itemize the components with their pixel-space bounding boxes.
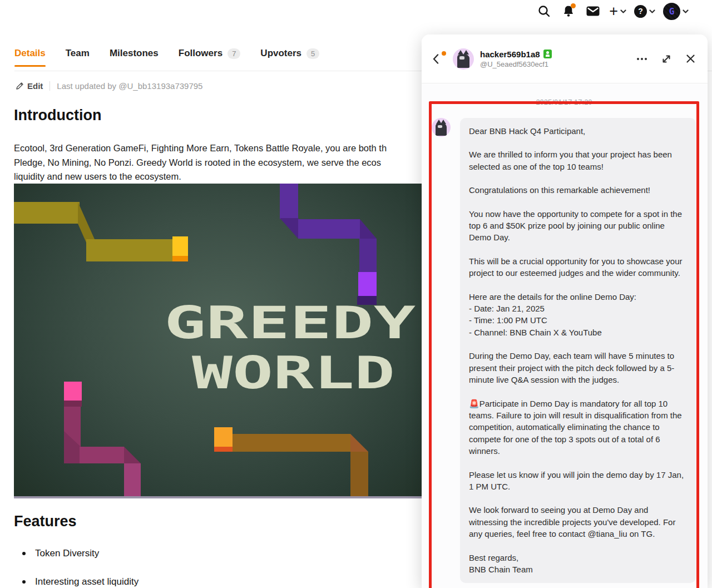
cat-icon xyxy=(436,123,446,136)
chevron-down-icon xyxy=(649,9,655,13)
features-heading: Features xyxy=(14,513,77,530)
game-floor-strip xyxy=(14,496,422,498)
more-options-icon[interactable] xyxy=(637,58,647,60)
tab-team[interactable]: Team xyxy=(66,48,90,67)
project-tabs: Details Team Milestones Followers7 Upvot… xyxy=(14,48,319,67)
chat-messages-area: 2025/01/17 17:20 Dear BNB Hack Q4 Partic… xyxy=(422,83,708,588)
message-paragraph: This will be a crucial opportunity for y… xyxy=(469,255,687,279)
tab-milestones[interactable]: Milestones xyxy=(110,48,159,67)
search-icon[interactable] xyxy=(536,3,552,19)
message-paragraph: We look forward to seeing you at Demo Da… xyxy=(469,504,687,540)
message-paragraph: Dear BNB Hack Q4 Participant, xyxy=(469,125,687,137)
feature-item: Token Diversity xyxy=(22,548,99,559)
cat-icon xyxy=(457,55,469,68)
chevron-down-icon xyxy=(683,9,689,13)
help-icon: ? xyxy=(634,5,647,18)
message-sender-avatar[interactable] xyxy=(432,118,451,137)
messages-envelope-icon[interactable] xyxy=(585,3,601,19)
tab-followers[interactable]: Followers7 xyxy=(179,48,241,67)
chat-message: Dear BNB Hack Q4 Participant, We are thr… xyxy=(432,118,698,583)
upvoters-count-badge: 5 xyxy=(306,48,319,59)
feature-item: Interesting asset liquidity xyxy=(22,576,139,587)
pencil-icon xyxy=(16,82,24,90)
unread-dot xyxy=(442,51,446,56)
close-icon[interactable] xyxy=(686,54,695,63)
message-paragraph: You now have the opportunity to compete … xyxy=(469,208,687,244)
chevron-down-icon xyxy=(620,9,626,13)
edit-button[interactable]: Edit xyxy=(16,81,43,91)
introduction-heading: Introduction xyxy=(14,107,101,124)
tab-details[interactable]: Details xyxy=(14,48,46,67)
message-paragraph: Congratulations on this remarkable achie… xyxy=(469,184,687,196)
expand-icon[interactable] xyxy=(661,54,671,64)
chat-panel: hacker569b1a8 @U_5eaedf5630ecf1 2025/01/… xyxy=(422,34,708,588)
chat-header: hacker569b1a8 @U_5eaedf5630ecf1 xyxy=(422,34,708,83)
back-button[interactable] xyxy=(433,53,445,65)
message-paragraph: During the Demo Day, each team will have… xyxy=(469,350,687,386)
chat-user-block: hacker569b1a8 @U_5eaedf5630ecf1 xyxy=(480,50,552,68)
message-timestamp: 2025/01/17 17:20 xyxy=(429,98,699,106)
create-menu[interactable]: + xyxy=(609,4,626,19)
chat-user-avatar[interactable] xyxy=(453,48,474,70)
help-menu[interactable]: ? xyxy=(634,5,655,18)
followers-count-badge: 7 xyxy=(228,48,240,59)
chat-header-actions xyxy=(637,54,695,64)
chat-user-handle: @U_5eaedf5630ecf1 xyxy=(480,60,552,68)
message-paragraph: We are thrilled to inform you that your … xyxy=(469,149,687,172)
verified-badge-icon xyxy=(543,50,552,58)
chevron-left-icon xyxy=(433,54,439,64)
message-paragraph: 🚨Participate in Demo Day is mandatory fo… xyxy=(469,398,687,457)
game-title-line2: WORLD xyxy=(192,347,395,399)
greedy-world-cover-image: GREEDY WORLD xyxy=(14,184,422,498)
last-updated-text: Last updated by @U_bb13193a739795 xyxy=(50,81,202,91)
notifications-bell-icon[interactable] xyxy=(560,3,577,19)
account-avatar: G xyxy=(663,3,680,20)
message-bubble: Dear BNB Hack Q4 Participant, We are thr… xyxy=(460,118,696,583)
message-paragraph: Here are the details for the online Demo… xyxy=(469,291,687,339)
chat-user-name: hacker569b1a8 xyxy=(480,50,540,59)
account-menu[interactable]: G xyxy=(663,3,689,20)
topbar: + ? G xyxy=(536,2,689,20)
plus-icon: + xyxy=(609,4,618,19)
message-paragraph: Best regards, BNB Chain Team xyxy=(469,552,687,576)
tab-upvoters[interactable]: Upvoters5 xyxy=(260,48,319,67)
message-paragraph: Please let us know if you will join the … xyxy=(469,469,687,493)
edit-row: Edit Last updated by @U_bb13193a739795 xyxy=(16,81,202,91)
game-title-line1: GREEDY xyxy=(164,297,416,349)
